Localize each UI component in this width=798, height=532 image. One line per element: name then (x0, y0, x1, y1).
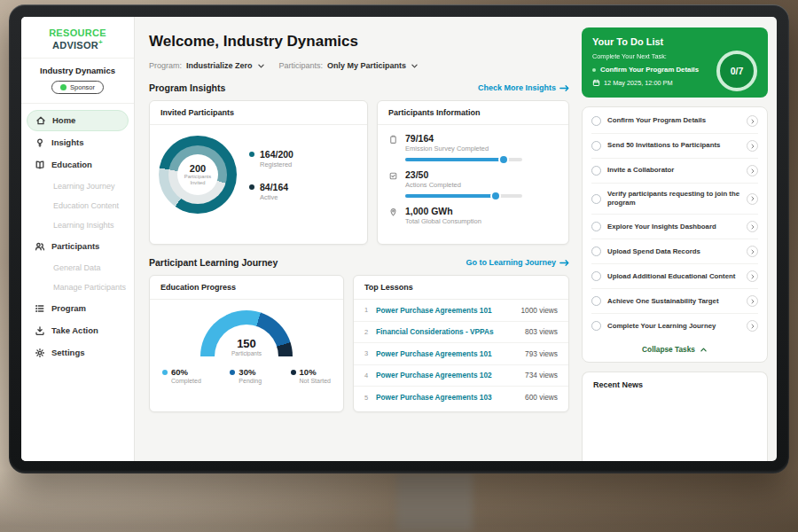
sidebar-item-insights[interactable]: Insights (27, 132, 129, 153)
legend-item-completed: 60% Completed (162, 367, 201, 384)
monitor-bezel: RESOURCE ADVISOR+ Industry Dynamics Spon… (9, 4, 789, 473)
lesson-row[interactable]: 4 Power Purchase Agreements 102 734 view… (354, 365, 568, 387)
info-label: Total Global Consumption (405, 217, 481, 225)
lesson-title-link[interactable]: Power Purchase Agreements 103 (376, 393, 525, 402)
task-row[interactable]: Upload Spend Data Records (591, 239, 758, 264)
program-insights-heading: Program Insights (149, 82, 225, 93)
checkbox-icon[interactable] (591, 116, 601, 126)
legend-dot (291, 370, 296, 375)
todo-panel: Your To Do List Complete Your Next Task:… (580, 17, 777, 461)
check-more-insights-link[interactable]: Check More Insights (478, 83, 569, 92)
lesson-title-link[interactable]: Power Purchase Agreements 102 (376, 371, 525, 379)
sponsor-icon (60, 84, 66, 90)
chevron-right-icon[interactable] (747, 320, 758, 332)
task-row[interactable]: Invite a Collaborator (591, 159, 758, 184)
gauge-wrap: 150 Participants (150, 300, 343, 356)
sidebar-item-education-content[interactable]: Education Content (27, 196, 129, 215)
checkbox-icon[interactable] (591, 296, 601, 306)
top-lessons-card: Top Lessons 1 Power Purchase Agreements … (353, 275, 569, 412)
info-row-actions: 23/50 Actions Completed (378, 161, 568, 198)
task-row[interactable]: Complete Your Learning Journey (591, 314, 758, 338)
invited-participants-card: Invited Participants 200 Participants In… (149, 100, 368, 245)
todo-tasks-card: Confirm Your Program Details Send 50 Inv… (582, 106, 768, 363)
program-filter-value: Industrialize Zero (186, 61, 253, 70)
sidebar-item-label: Learning Journey (53, 182, 115, 191)
checkbox-icon[interactable] (591, 246, 601, 256)
checkbox-icon[interactable] (591, 166, 601, 176)
participants-information-card: Participants Information 79/164 Emission… (377, 100, 569, 245)
chevron-down-icon (257, 62, 265, 70)
task-row[interactable]: Confirm Your Program Details (591, 109, 758, 134)
participants-filter-dropdown[interactable]: Only My Participants (327, 61, 419, 70)
checkbox-icon[interactable] (591, 222, 601, 231)
task-label: Confirm Your Program Details (607, 116, 740, 125)
lesson-views: 600 views (525, 393, 558, 402)
sidebar-item-education[interactable]: Education (27, 154, 129, 176)
monitor-stand (396, 472, 473, 532)
lesson-title-link[interactable]: Power Purchase Agreements 101 (376, 306, 520, 315)
chevron-right-icon[interactable] (747, 193, 758, 205)
collapse-tasks-button[interactable]: Collapse Tasks (591, 338, 758, 362)
lesson-row[interactable]: 2 Financial Considerations - VPPAs 803 v… (354, 322, 568, 344)
sidebar-item-home[interactable]: Home (27, 110, 129, 131)
task-row[interactable]: Explore Your Insights Dashboard (591, 215, 758, 239)
legend-item-pending: 30% Pending (230, 367, 262, 384)
card-title: Participants Information (378, 101, 568, 125)
people-icon (35, 241, 45, 252)
legend-value: 84/164 (260, 182, 288, 192)
chevron-right-icon[interactable] (747, 140, 758, 152)
legend-dot (249, 152, 254, 157)
legend-pct: 60% (171, 367, 188, 377)
sidebar-item-learning-insights[interactable]: Learning Insights (27, 215, 129, 235)
sponsor-badge[interactable]: Sponsor (51, 81, 104, 94)
lesson-views: 803 views (525, 327, 558, 336)
sidebar-item-general-data[interactable]: General Data (27, 258, 129, 278)
sidebar-item-participants[interactable]: Participants (27, 236, 129, 257)
legend-dot (162, 370, 168, 375)
chevron-right-icon[interactable] (747, 246, 758, 257)
calendar-icon (592, 79, 600, 87)
chevron-right-icon[interactable] (747, 115, 758, 127)
info-label: Emission Survey Completed (405, 145, 522, 153)
todo-header-card: Your To Do List Complete Your Next Task:… (582, 27, 768, 98)
go-to-learning-journey-link[interactable]: Go to Learning Journey (466, 258, 569, 267)
checkbox-icon[interactable] (591, 194, 601, 204)
sidebar-item-manage-participants[interactable]: Manage Participants (27, 278, 129, 297)
lesson-row[interactable]: 5 Power Purchase Agreements 103 600 view… (354, 387, 568, 409)
chevron-right-icon[interactable] (747, 221, 758, 232)
sidebar-item-label: Home (52, 115, 75, 125)
todo-next-task: Confirm Your Program Details (592, 66, 709, 74)
chevron-right-icon[interactable] (747, 270, 758, 282)
chevron-right-icon[interactable] (747, 165, 758, 176)
program-filter-dropdown[interactable]: Industrialize Zero (186, 61, 265, 70)
progress-bar (405, 158, 522, 161)
chevron-right-icon[interactable] (747, 295, 758, 307)
lesson-title-link[interactable]: Financial Considerations - VPPAs (376, 327, 525, 336)
arrow-right-icon (559, 259, 569, 267)
legend-label: Pending (239, 378, 262, 384)
sidebar-item-label: Program (51, 303, 86, 313)
gauge-label: Participants (200, 350, 293, 356)
lesson-row[interactable]: 1 Power Purchase Agreements 101 1000 vie… (354, 300, 568, 322)
filter-bar: Program: Industrialize Zero Participants… (149, 61, 569, 70)
task-row[interactable]: Upload Additional Educational Content (591, 264, 758, 289)
checkbox-icon[interactable] (591, 271, 601, 281)
checkbox-icon[interactable] (591, 141, 601, 151)
invited-donut-chart: 200 Participants Invited (159, 136, 237, 214)
sidebar-item-settings[interactable]: Settings (27, 342, 129, 364)
sidebar-item-take-action[interactable]: Take Action (27, 320, 129, 341)
sidebar-item-label: Education (51, 160, 92, 169)
lesson-row[interactable]: 3 Power Purchase Agreements 101 793 view… (354, 343, 568, 365)
sidebar-item-learning-journey[interactable]: Learning Journey (27, 176, 129, 196)
task-row[interactable]: Send 50 Invitations to Participants (591, 134, 758, 159)
link-label: Check More Insights (478, 83, 556, 92)
sidebar-item-program[interactable]: Program (27, 298, 129, 319)
legend-pct: 30% (239, 367, 255, 377)
sidebar-item-label: Education Content (53, 201, 119, 210)
sidebar-item-label: General Data (53, 263, 101, 272)
checkbox-icon[interactable] (591, 321, 601, 331)
lesson-title-link[interactable]: Power Purchase Agreements 101 (376, 349, 525, 358)
task-row[interactable]: Achieve One Sustainability Target (591, 289, 758, 314)
learning-journey-heading: Participant Learning Journey (149, 257, 278, 268)
task-row[interactable]: Verify participants requesting to join t… (591, 184, 758, 215)
